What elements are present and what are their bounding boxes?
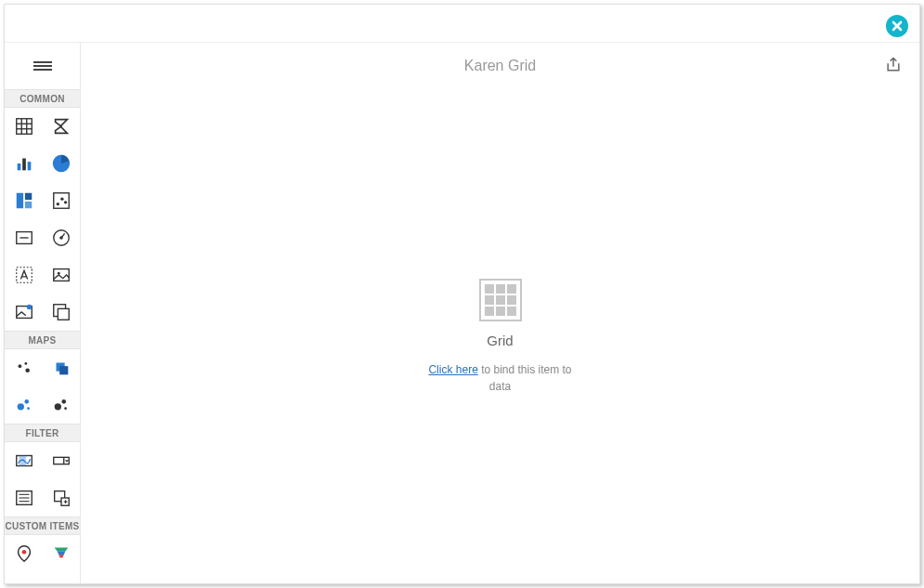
gauge-icon — [51, 228, 72, 248]
toolbox-filter-items — [5, 442, 80, 516]
pin-icon — [14, 543, 34, 564]
treeview-icon — [51, 488, 72, 508]
svg-point-35 — [61, 399, 66, 404]
tool-group[interactable] — [43, 294, 80, 331]
svg-point-49 — [21, 550, 26, 555]
svg-point-32 — [24, 399, 29, 404]
svg-point-27 — [24, 362, 27, 365]
svg-rect-38 — [19, 456, 25, 466]
tool-chart[interactable] — [6, 145, 43, 182]
image-icon — [51, 265, 72, 285]
svg-rect-7 — [27, 162, 31, 170]
tool-custom-pin[interactable] — [6, 535, 43, 572]
tool-pie[interactable] — [43, 145, 80, 182]
listbox-icon — [14, 488, 34, 508]
svg-rect-30 — [59, 366, 68, 374]
svg-point-34 — [54, 403, 60, 410]
tool-gauge[interactable] — [43, 219, 80, 256]
bound-image-icon — [14, 302, 34, 322]
content-area: Karen Grid Grid Click here to bind this … — [81, 43, 919, 583]
group-icon — [51, 302, 72, 322]
toolbox-section-filter: FILTER — [5, 424, 80, 442]
toolbox-maps-items — [5, 349, 80, 424]
tool-bound-image[interactable] — [6, 294, 43, 331]
svg-point-33 — [27, 407, 30, 410]
close-button[interactable] — [886, 15, 908, 37]
svg-rect-8 — [16, 193, 22, 209]
svg-point-36 — [64, 407, 67, 410]
tool-treeview[interactable] — [43, 479, 80, 516]
bar-chart-icon — [14, 153, 34, 174]
pie-chart-icon — [51, 153, 72, 174]
placeholder-link[interactable]: Click here — [428, 363, 477, 376]
body: COMMON MAPS FI — [5, 42, 919, 583]
svg-point-13 — [60, 198, 63, 201]
tool-pivot[interactable] — [43, 108, 80, 145]
tool-treemap[interactable] — [6, 182, 43, 219]
tool-geopoint[interactable] — [43, 349, 80, 386]
bubble-map-icon — [14, 395, 34, 415]
placeholder: Grid Click here to bind this item to dat… — [81, 89, 919, 583]
tool-pie-map[interactable] — [43, 386, 80, 424]
sigma-icon — [51, 116, 72, 137]
hamburger-menu[interactable] — [5, 43, 81, 89]
placeholder-label: Grid — [487, 333, 513, 348]
toolbox-common-items — [5, 108, 80, 331]
tool-image[interactable] — [43, 256, 80, 294]
export-button[interactable] — [884, 56, 903, 78]
svg-rect-10 — [24, 202, 31, 208]
tool-scatter[interactable] — [43, 182, 80, 219]
treemap-icon — [14, 190, 34, 211]
content-header: Karen Grid — [81, 43, 919, 89]
placeholder-hint-rest: to bind this item to data — [478, 363, 572, 393]
svg-rect-5 — [17, 163, 20, 170]
svg-point-31 — [17, 403, 23, 410]
svg-point-14 — [63, 201, 66, 203]
tool-bubble-map[interactable] — [6, 386, 43, 424]
svg-point-26 — [18, 364, 21, 368]
grid-icon — [14, 116, 34, 137]
tool-range-filter[interactable] — [6, 442, 43, 479]
tool-card[interactable] — [6, 219, 43, 256]
topbar — [5, 5, 919, 42]
card-icon — [14, 228, 34, 248]
svg-rect-11 — [53, 193, 69, 209]
toolbox: COMMON MAPS FI — [5, 43, 81, 583]
svg-rect-6 — [22, 159, 26, 171]
range-filter-icon — [14, 451, 34, 471]
toolbox-section-maps: MAPS — [5, 331, 80, 349]
app-frame: COMMON MAPS FI — [4, 4, 920, 584]
tool-choropleth[interactable] — [6, 349, 43, 386]
svg-point-18 — [59, 236, 63, 240]
svg-marker-50 — [54, 548, 68, 552]
grid-placeholder-icon — [479, 279, 522, 321]
pie-map-icon — [51, 395, 72, 415]
tool-listbox[interactable] — [6, 479, 43, 516]
funnel-icon — [51, 543, 72, 564]
close-icon — [891, 20, 904, 33]
combobox-icon — [51, 451, 72, 471]
svg-point-28 — [25, 368, 30, 372]
svg-rect-9 — [24, 193, 31, 200]
placeholder-hint: Click here to bind this item to data — [417, 361, 584, 395]
hamburger-icon — [33, 59, 52, 72]
svg-point-12 — [56, 203, 59, 205]
svg-marker-52 — [59, 555, 64, 558]
export-icon — [884, 56, 903, 74]
toolbox-custom-items — [5, 535, 80, 572]
toolbox-section-common: COMMON — [5, 89, 80, 108]
geopoint-icon — [51, 358, 72, 378]
choropleth-icon — [14, 358, 34, 378]
svg-point-23 — [26, 305, 32, 310]
tool-text[interactable] — [6, 256, 43, 294]
svg-rect-0 — [16, 119, 32, 135]
text-icon — [14, 265, 34, 285]
svg-rect-25 — [58, 308, 69, 320]
tool-custom-funnel[interactable] — [43, 535, 80, 572]
svg-marker-51 — [57, 551, 65, 555]
toolbox-section-custom: CUSTOM ITEMS — [5, 516, 80, 535]
scatter-icon — [51, 190, 72, 211]
tool-combobox[interactable] — [43, 442, 80, 479]
tool-grid[interactable] — [6, 108, 43, 145]
content-title: Karen Grid — [464, 58, 536, 74]
